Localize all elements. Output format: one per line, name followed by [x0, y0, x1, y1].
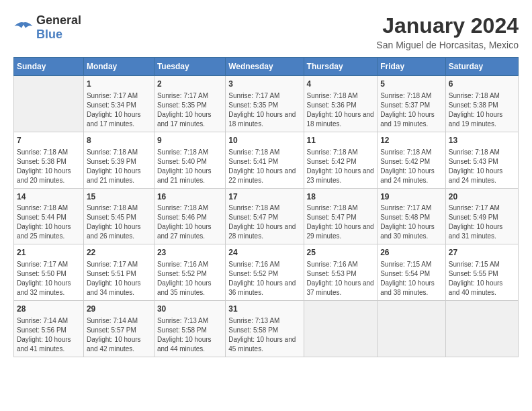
calendar-cell: 29Sunrise: 7:14 AMSunset: 5:57 PMDayligh… — [83, 301, 154, 357]
cell-info: Sunrise: 7:14 AMSunset: 5:56 PMDaylight:… — [17, 316, 81, 354]
day-header-tuesday: Tuesday — [154, 58, 225, 76]
calendar-cell — [14, 76, 84, 132]
calendar-header-row: SundayMondayTuesdayWednesdayThursdayFrid… — [14, 58, 519, 76]
calendar-cell: 9Sunrise: 7:18 AMSunset: 5:40 PMDaylight… — [154, 132, 225, 188]
day-number: 12 — [380, 135, 443, 146]
day-number: 31 — [228, 304, 300, 315]
title-block: January 2024 San Miguel de Horcasitas, M… — [376, 13, 519, 50]
calendar-cell: 27Sunrise: 7:15 AMSunset: 5:55 PMDayligh… — [445, 244, 518, 301]
cell-info: Sunrise: 7:17 AMSunset: 5:51 PMDaylight:… — [87, 260, 151, 298]
day-header-saturday: Saturday — [445, 58, 518, 76]
day-number: 11 — [307, 135, 375, 146]
calendar-cell: 3Sunrise: 7:17 AMSunset: 5:35 PMDaylight… — [226, 76, 304, 132]
cell-info: Sunrise: 7:18 AMSunset: 5:41 PMDaylight:… — [228, 148, 300, 185]
calendar-cell: 23Sunrise: 7:16 AMSunset: 5:52 PMDayligh… — [154, 244, 225, 301]
day-number: 1 — [87, 79, 151, 90]
calendar-table: SundayMondayTuesdayWednesdayThursdayFrid… — [13, 57, 519, 357]
calendar-cell: 15Sunrise: 7:18 AMSunset: 5:45 PMDayligh… — [83, 188, 154, 244]
calendar-cell: 11Sunrise: 7:18 AMSunset: 5:42 PMDayligh… — [304, 132, 378, 188]
calendar-cell: 13Sunrise: 7:18 AMSunset: 5:43 PMDayligh… — [445, 132, 518, 188]
day-header-thursday: Thursday — [304, 58, 378, 76]
calendar-cell: 4Sunrise: 7:18 AMSunset: 5:36 PMDaylight… — [304, 76, 378, 132]
cell-info: Sunrise: 7:18 AMSunset: 5:38 PMDaylight:… — [17, 148, 81, 185]
day-number: 21 — [17, 247, 81, 259]
day-number: 10 — [228, 135, 300, 146]
cell-info: Sunrise: 7:18 AMSunset: 5:42 PMDaylight:… — [380, 148, 443, 185]
calendar-cell — [304, 301, 378, 357]
day-number: 5 — [380, 79, 443, 90]
cell-info: Sunrise: 7:15 AMSunset: 5:55 PMDaylight:… — [449, 260, 515, 298]
day-number: 20 — [449, 191, 515, 203]
calendar-cell: 7Sunrise: 7:18 AMSunset: 5:38 PMDaylight… — [14, 132, 84, 188]
calendar-cell: 6Sunrise: 7:18 AMSunset: 5:38 PMDaylight… — [445, 76, 518, 132]
cell-info: Sunrise: 7:16 AMSunset: 5:52 PMDaylight:… — [157, 260, 222, 298]
day-number: 8 — [87, 135, 151, 146]
logo-bird-icon — [13, 19, 34, 36]
week-row-5: 28Sunrise: 7:14 AMSunset: 5:56 PMDayligh… — [14, 301, 519, 357]
day-header-wednesday: Wednesday — [226, 58, 304, 76]
cell-info: Sunrise: 7:18 AMSunset: 5:46 PMDaylight:… — [157, 203, 222, 241]
cell-info: Sunrise: 7:17 AMSunset: 5:48 PMDaylight:… — [380, 203, 443, 241]
cell-info: Sunrise: 7:13 AMSunset: 5:58 PMDaylight:… — [228, 316, 300, 354]
day-number: 7 — [17, 135, 81, 146]
month-title: January 2024 — [376, 13, 519, 38]
day-number: 30 — [157, 304, 222, 315]
cell-info: Sunrise: 7:18 AMSunset: 5:47 PMDaylight:… — [228, 203, 300, 241]
cell-info: Sunrise: 7:17 AMSunset: 5:49 PMDaylight:… — [449, 203, 515, 241]
day-number: 2 — [157, 79, 222, 90]
calendar-cell: 1Sunrise: 7:17 AMSunset: 5:34 PMDaylight… — [83, 76, 154, 132]
day-number: 27 — [449, 247, 515, 259]
calendar-cell: 17Sunrise: 7:18 AMSunset: 5:47 PMDayligh… — [226, 188, 304, 244]
cell-info: Sunrise: 7:13 AMSunset: 5:58 PMDaylight:… — [157, 316, 222, 354]
page-header: General Blue January 2024 San Miguel de … — [13, 13, 519, 50]
calendar-cell: 19Sunrise: 7:17 AMSunset: 5:48 PMDayligh… — [378, 188, 446, 244]
calendar-cell: 18Sunrise: 7:18 AMSunset: 5:47 PMDayligh… — [304, 188, 378, 244]
cell-info: Sunrise: 7:17 AMSunset: 5:35 PMDaylight:… — [228, 91, 300, 129]
cell-info: Sunrise: 7:18 AMSunset: 5:42 PMDaylight:… — [307, 148, 375, 185]
day-number: 19 — [380, 191, 443, 203]
day-header-friday: Friday — [378, 58, 446, 76]
day-number: 6 — [449, 79, 515, 90]
day-number: 4 — [307, 79, 375, 90]
cell-info: Sunrise: 7:18 AMSunset: 5:47 PMDaylight:… — [307, 203, 375, 241]
calendar-cell: 10Sunrise: 7:18 AMSunset: 5:41 PMDayligh… — [226, 132, 304, 188]
day-header-monday: Monday — [83, 58, 154, 76]
location: San Miguel de Horcasitas, Mexico — [376, 40, 519, 50]
cell-info: Sunrise: 7:17 AMSunset: 5:35 PMDaylight:… — [157, 91, 222, 129]
day-number: 24 — [228, 247, 300, 259]
calendar-cell — [445, 301, 518, 357]
calendar-cell — [378, 301, 446, 357]
calendar-cell: 2Sunrise: 7:17 AMSunset: 5:35 PMDaylight… — [154, 76, 225, 132]
calendar-cell: 30Sunrise: 7:13 AMSunset: 5:58 PMDayligh… — [154, 301, 225, 357]
calendar-cell: 16Sunrise: 7:18 AMSunset: 5:46 PMDayligh… — [154, 188, 225, 244]
cell-info: Sunrise: 7:18 AMSunset: 5:38 PMDaylight:… — [449, 91, 515, 129]
logo: General Blue — [13, 13, 81, 42]
day-number: 22 — [87, 247, 151, 259]
cell-info: Sunrise: 7:18 AMSunset: 5:40 PMDaylight:… — [157, 148, 222, 185]
cell-info: Sunrise: 7:14 AMSunset: 5:57 PMDaylight:… — [87, 316, 151, 354]
day-number: 9 — [157, 135, 222, 146]
calendar-cell: 22Sunrise: 7:17 AMSunset: 5:51 PMDayligh… — [83, 244, 154, 301]
cell-info: Sunrise: 7:18 AMSunset: 5:45 PMDaylight:… — [87, 203, 151, 241]
day-number: 14 — [17, 191, 81, 203]
day-number: 17 — [228, 191, 300, 203]
cell-info: Sunrise: 7:18 AMSunset: 5:36 PMDaylight:… — [307, 91, 375, 129]
calendar-cell: 21Sunrise: 7:17 AMSunset: 5:50 PMDayligh… — [14, 244, 84, 301]
calendar-cell: 25Sunrise: 7:16 AMSunset: 5:53 PMDayligh… — [304, 244, 378, 301]
cell-info: Sunrise: 7:15 AMSunset: 5:54 PMDaylight:… — [380, 260, 443, 298]
calendar-cell: 8Sunrise: 7:18 AMSunset: 5:39 PMDaylight… — [83, 132, 154, 188]
day-number: 26 — [380, 247, 443, 259]
day-number: 25 — [307, 247, 375, 259]
cell-info: Sunrise: 7:17 AMSunset: 5:50 PMDaylight:… — [17, 260, 81, 298]
logo-text: General Blue — [36, 13, 81, 42]
week-row-2: 7Sunrise: 7:18 AMSunset: 5:38 PMDaylight… — [14, 132, 519, 188]
day-number: 18 — [307, 191, 375, 203]
week-row-1: 1Sunrise: 7:17 AMSunset: 5:34 PMDaylight… — [14, 76, 519, 132]
cell-info: Sunrise: 7:18 AMSunset: 5:43 PMDaylight:… — [449, 148, 515, 185]
day-number: 16 — [157, 191, 222, 203]
cell-info: Sunrise: 7:18 AMSunset: 5:44 PMDaylight:… — [17, 203, 81, 241]
cell-info: Sunrise: 7:18 AMSunset: 5:37 PMDaylight:… — [380, 91, 443, 129]
cell-info: Sunrise: 7:17 AMSunset: 5:34 PMDaylight:… — [87, 91, 151, 129]
week-row-3: 14Sunrise: 7:18 AMSunset: 5:44 PMDayligh… — [14, 188, 519, 244]
day-number: 28 — [17, 304, 81, 315]
